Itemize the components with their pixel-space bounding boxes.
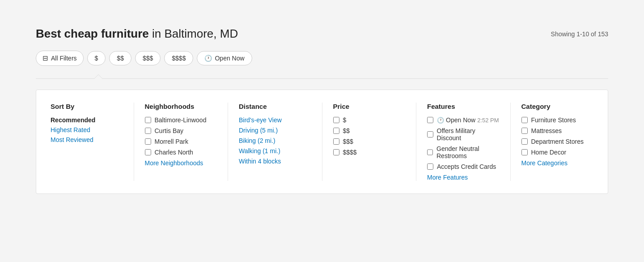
page-title: Best cheap furniture in Baltimore, MD [36, 27, 238, 41]
sort-recommended[interactable]: Recommended [51, 116, 123, 124]
category-item-1[interactable]: Mattresses [521, 127, 594, 134]
feature-checkbox-0[interactable] [427, 117, 433, 123]
feature-label-1: Offers Military Discount [437, 127, 500, 142]
price-1-button[interactable]: $ [87, 51, 106, 65]
features-title: Features [427, 103, 500, 110]
price-checkbox-2[interactable] [333, 138, 339, 145]
neighborhood-label-2: Morrell Park [155, 138, 188, 145]
neighborhood-checkbox-1[interactable] [145, 128, 151, 134]
price-label-0: $ [343, 116, 347, 124]
title-bold: Best cheap furniture [36, 27, 149, 40]
sort-by-section: Sort By Recommended Highest Rated Most R… [51, 103, 134, 181]
distance-title: Distance [239, 103, 311, 110]
neighborhood-checkbox-3[interactable] [145, 149, 151, 155]
feature-label-3: Accepts Credit Cards [437, 163, 496, 170]
header-row: Best cheap furniture in Baltimore, MD Sh… [36, 27, 608, 41]
clock-filter-icon: 🕐 [204, 55, 212, 62]
price-checkbox-3[interactable] [333, 149, 339, 155]
neighborhood-label-1: Curtis Bay [155, 127, 184, 134]
feature-item-3[interactable]: Accepts Credit Cards [427, 163, 500, 170]
sort-most-reviewed[interactable]: Most Reviewed [51, 136, 123, 143]
distance-item-1[interactable]: Driving (5 mi.) [239, 127, 311, 134]
category-checkbox-1[interactable] [521, 128, 528, 134]
sort-by-title: Sort By [51, 103, 123, 110]
category-label-1: Mattresses [531, 127, 562, 134]
price-label-2: $$$ [343, 138, 353, 145]
price-title: Price [333, 103, 406, 110]
price-item-1[interactable]: $$ [333, 127, 406, 134]
category-checkbox-0[interactable] [521, 117, 528, 123]
open-now-text: Open Now [446, 116, 475, 124]
category-item-2[interactable]: Department Stores [521, 138, 594, 145]
category-label-0: Furniture Stores [531, 116, 576, 124]
price-item-2[interactable]: $$$ [333, 138, 406, 145]
all-filters-button[interactable]: ⊟ All Filters [36, 51, 84, 66]
category-label-3: Home Decor [531, 149, 567, 156]
more-categories-link[interactable]: More Categories [521, 159, 594, 167]
neighborhood-label-3: Charles North [155, 149, 193, 156]
neighborhood-label-0: Baltimore-Linwood [155, 116, 207, 124]
title-regular: in Baltimore, MD [149, 27, 238, 40]
distance-item-4[interactable]: Within 4 blocks [239, 158, 311, 165]
price-2-button[interactable]: $$ [109, 51, 131, 65]
price-label-1: $$ [343, 127, 350, 134]
distance-section: Distance Bird's-eye View Driving (5 mi.)… [239, 103, 322, 181]
neighborhoods-title: Neighborhoods [145, 103, 217, 110]
category-label-2: Department Stores [531, 138, 584, 145]
all-filters-label: All Filters [51, 55, 77, 62]
arrow-indicator [94, 74, 103, 79]
price-checkbox-1[interactable] [333, 128, 339, 134]
filter-bar: ⊟ All Filters $ $$ $$$ $$$$ 🕐 Open Now [36, 51, 608, 66]
neighborhood-item-0[interactable]: Baltimore-Linwood [145, 116, 217, 124]
open-now-label: Open Now [215, 55, 244, 62]
open-now-feature-label: 🕐 Open Now 2:52 PM [437, 116, 499, 124]
category-checkbox-2[interactable] [521, 138, 528, 145]
open-now-button[interactable]: 🕐 Open Now [197, 51, 252, 65]
neighborhood-item-3[interactable]: Charles North [145, 149, 217, 156]
price-2-label: $$ [117, 55, 124, 62]
distance-item-2[interactable]: Biking (2 mi.) [239, 137, 311, 144]
feature-label-2: Gender Neutral Restrooms [436, 145, 500, 159]
price-checkbox-0[interactable] [333, 117, 339, 123]
price-4-button[interactable]: $$$$ [164, 51, 193, 65]
category-section: Category Furniture Stores Mattresses Dep… [521, 103, 594, 181]
price-item-3[interactable]: $$$$ [333, 149, 406, 156]
filters-panel: Sort By Recommended Highest Rated Most R… [36, 90, 608, 194]
features-section: Features 🕐 Open Now 2:52 PM Offers Milit… [427, 103, 511, 181]
neighborhood-item-2[interactable]: Morrell Park [145, 138, 217, 145]
neighborhood-checkbox-2[interactable] [145, 138, 151, 145]
page-wrapper: Best cheap furniture in Baltimore, MD Sh… [0, 0, 644, 212]
price-section: Price $ $$ $$$ $$$$ [333, 103, 417, 181]
sort-highest-rated[interactable]: Highest Rated [51, 126, 123, 133]
category-title: Category [521, 103, 594, 110]
price-1-label: $ [95, 55, 98, 62]
category-item-0[interactable]: Furniture Stores [521, 116, 594, 124]
open-now-time: 2:52 PM [477, 117, 499, 124]
feature-item-1[interactable]: Offers Military Discount [427, 127, 500, 142]
feature-checkbox-2[interactable] [427, 149, 433, 155]
feature-checkbox-1[interactable] [427, 131, 433, 137]
distance-item-0[interactable]: Bird's-eye View [239, 116, 311, 124]
distance-item-3[interactable]: Walking (1 mi.) [239, 147, 311, 155]
feature-checkbox-3[interactable] [427, 163, 433, 170]
price-label-3: $$$$ [343, 149, 357, 156]
more-neighborhoods-link[interactable]: More Neighborhoods [145, 159, 217, 167]
showing-count: Showing 1-10 of 153 [551, 30, 608, 38]
feature-item-2[interactable]: Gender Neutral Restrooms [427, 145, 500, 159]
price-4-label: $$$$ [172, 55, 186, 62]
price-3-button[interactable]: $$$ [135, 51, 161, 65]
price-3-label: $$$ [143, 55, 153, 62]
sliders-icon: ⊟ [42, 54, 48, 62]
neighborhood-checkbox-0[interactable] [145, 117, 151, 123]
neighborhood-item-1[interactable]: Curtis Bay [145, 127, 217, 134]
more-features-link[interactable]: More Features [427, 174, 500, 181]
neighborhoods-section: Neighborhoods Baltimore-Linwood Curtis B… [145, 103, 229, 181]
feature-item-0: 🕐 Open Now 2:52 PM [427, 116, 500, 124]
category-checkbox-3[interactable] [521, 149, 528, 155]
category-item-3[interactable]: Home Decor [521, 149, 594, 156]
price-item-0[interactable]: $ [333, 116, 406, 124]
clock-icon: 🕐 [437, 117, 444, 124]
divider [36, 78, 608, 79]
